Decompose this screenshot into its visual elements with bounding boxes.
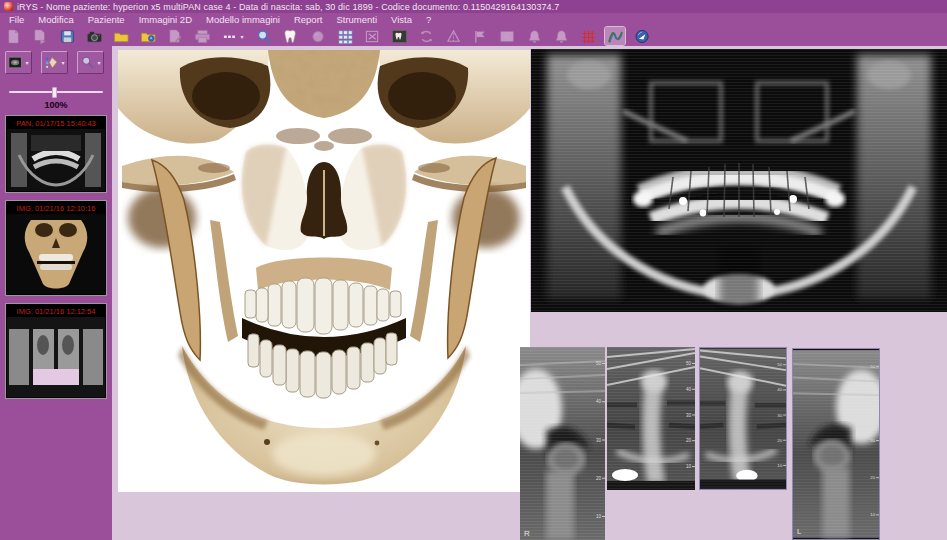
profile-curve-button[interactable]	[605, 27, 625, 45]
ruler-tick-label: 50	[777, 362, 782, 367]
ruler-tick-label: 30	[686, 413, 692, 418]
tmj-side-label: L	[797, 527, 802, 536]
close-image-button[interactable]	[362, 27, 382, 45]
ruler-tick-label: 30	[777, 413, 782, 418]
dropdown-caret-icon: ▾	[61, 59, 64, 66]
measurement-grid-button[interactable]	[578, 27, 598, 45]
menu-bar: FileModificaPazienteImmagini 2DModello i…	[0, 13, 947, 26]
main-toolbar: ▾	[0, 26, 947, 46]
ruler-tick-label: 20	[777, 438, 782, 443]
tooth-icon	[283, 29, 300, 44]
zoom-icon	[256, 29, 273, 44]
thumbnail-image	[7, 317, 105, 397]
ruler-tick-label: 10	[777, 463, 782, 468]
tmj-side-label: R	[524, 529, 530, 538]
title-bar[interactable]: iRYS - Nome paziente: hyperion x5 multiP…	[0, 0, 947, 13]
menu-item-[interactable]: ?	[419, 14, 438, 25]
tmj-panel-right-lateral[interactable]: 5040302010 R	[520, 347, 605, 540]
dropdown-caret-icon: ▾	[97, 59, 100, 66]
menu-item-modello-immagini[interactable]: Modello immagini	[199, 14, 287, 25]
tooth-tool-button[interactable]	[281, 27, 301, 45]
save-icon	[59, 29, 76, 44]
zoom-mode-dropdown[interactable]: ▾	[77, 51, 104, 74]
tooth-object-dropdown[interactable]: ▾	[41, 51, 68, 74]
doc-icon	[5, 29, 22, 44]
lamp-icon	[310, 29, 327, 44]
ruler-tick-label: 50	[596, 361, 602, 366]
mirror-button[interactable]	[443, 27, 463, 45]
print-button[interactable]	[192, 27, 212, 45]
export-document-button[interactable]	[30, 27, 50, 45]
image-frame-button[interactable]	[497, 27, 517, 45]
zoom-slider-thumb[interactable]	[52, 87, 57, 98]
thumbnail-skull3d[interactable]: IMG, 01/21/16 12:10:16	[5, 200, 107, 296]
ruler-tick-label: 40	[596, 399, 602, 404]
notification-bell-2-button[interactable]	[551, 27, 571, 45]
tmj-panel-left-frontal[interactable]: 5040302010	[699, 347, 787, 490]
menu-item-vista[interactable]: Vista	[384, 14, 419, 25]
folder-icon	[113, 29, 130, 44]
ruler-tick-label: 20	[870, 475, 875, 480]
render-mode-dropdown[interactable]: ▾	[5, 51, 32, 74]
skull-3d-render	[118, 50, 530, 492]
frame-icon	[499, 29, 516, 44]
notification-bell-button[interactable]	[524, 27, 544, 45]
navigation-compass-button[interactable]	[632, 27, 652, 45]
window-title: iRYS - Nome paziente: hyperion x5 multiP…	[17, 2, 559, 12]
more-options-button[interactable]: ▾	[219, 27, 247, 45]
3d-volume-view[interactable]	[118, 50, 530, 492]
left-sidebar: ▾▾▾ 100% PAN, 01/17/15 15:40:43IMG, 01/2…	[0, 46, 112, 540]
bell-icon	[526, 29, 543, 44]
panoramic-xray-view[interactable]	[531, 49, 947, 312]
acquire-camera-button[interactable]	[84, 27, 104, 45]
ruler-tick-label: 40	[870, 401, 875, 406]
docout-icon	[32, 29, 49, 44]
tmj-panel-left-lateral[interactable]: 5040302010 L	[792, 348, 880, 540]
tmj-panel-right-frontal[interactable]: 5040302010	[607, 347, 695, 490]
thumbnail-tmjmulti[interactable]: IMG, 01/21/16 12:12:54	[5, 303, 107, 399]
new-document-button[interactable]	[3, 27, 23, 45]
menu-item-modifica[interactable]: Modifica	[31, 14, 80, 25]
refresh-icon	[418, 29, 435, 44]
app-icon	[4, 2, 13, 11]
tooth-panel-button[interactable]	[389, 27, 409, 45]
ruler-tick-label: 20	[686, 438, 692, 443]
ruler-tick-label: 10	[686, 464, 692, 469]
import-folder-button[interactable]	[138, 27, 158, 45]
grid-icon	[337, 29, 354, 44]
menu-item-file[interactable]: File	[2, 14, 31, 25]
viewer-toolbar: ▾▾▾	[0, 49, 112, 76]
save-button[interactable]	[57, 27, 77, 45]
ruler-tick-label: 40	[777, 387, 782, 392]
xbox-icon	[364, 29, 381, 44]
zoomdrop-icon	[80, 55, 96, 70]
dropdown-caret-icon: ▾	[240, 33, 243, 40]
ruler-tick-label: 50	[870, 364, 875, 369]
ruler-tick-label: 10	[870, 512, 875, 517]
irys-application-window: iRYS - Nome paziente: hyperion x5 multiP…	[0, 0, 947, 540]
content-area: ▾▾▾ 100% PAN, 01/17/15 15:40:43IMG, 01/2…	[0, 46, 947, 540]
toothbox-icon	[391, 29, 408, 44]
zoom-tool-button[interactable]	[254, 27, 274, 45]
open-folder-button[interactable]	[111, 27, 131, 45]
zoom-slider[interactable]	[9, 87, 103, 98]
flag-icon	[472, 29, 489, 44]
layout-grid-button[interactable]	[335, 27, 355, 45]
bell-icon	[553, 29, 570, 44]
ruler-tick-label: 20	[596, 476, 602, 481]
menu-item-strumenti[interactable]: Strumenti	[329, 14, 384, 25]
compass-icon	[634, 29, 651, 44]
docedit-icon	[167, 29, 184, 44]
edit-document-button[interactable]	[165, 27, 185, 45]
menu-item-immagini-2d[interactable]: Immagini 2D	[132, 14, 199, 25]
thumbnail-panoramic[interactable]: PAN, 01/17/15 15:40:43	[5, 115, 107, 193]
thumbnail-label: IMG, 01/21/16 12:10:16	[7, 202, 105, 214]
annotate-flag-button[interactable]	[470, 27, 490, 45]
zoom-value-label: 100%	[0, 100, 112, 110]
refresh-button[interactable]	[416, 27, 436, 45]
workspace: 5040302010 R	[112, 46, 947, 540]
menu-item-report[interactable]: Report	[287, 14, 330, 25]
menu-item-paziente[interactable]: Paziente	[81, 14, 132, 25]
scanner-lamp-button[interactable]	[308, 27, 328, 45]
thumbnail-image	[7, 129, 105, 191]
